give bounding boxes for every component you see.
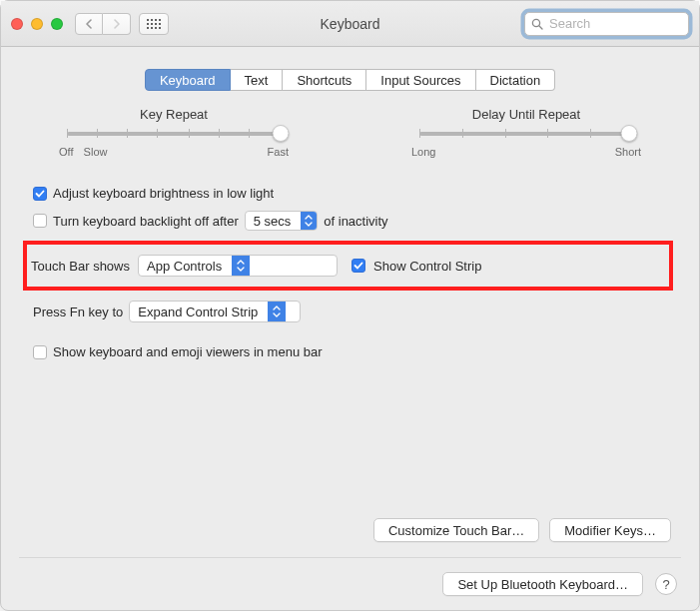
svg-line-13 (539, 26, 542, 29)
tab-bar: Keyboard Text Shortcuts Input Sources Di… (145, 69, 555, 91)
nav-buttons (75, 13, 131, 35)
delay-until-slider[interactable] (419, 132, 633, 136)
adjust-brightness-checkbox[interactable] (33, 187, 47, 201)
delay-until-repeat-block: Delay Until Repeat Long Short (411, 107, 641, 158)
show-control-strip-checkbox[interactable] (351, 259, 365, 273)
bluetooth-keyboard-button[interactable]: Set Up Bluetooth Keyboard… (442, 572, 643, 596)
checkmark-icon (35, 189, 45, 199)
fn-key-row: Press Fn key to Expand Control Strip (33, 301, 667, 322)
tab-text[interactable]: Text (231, 69, 284, 91)
key-repeat-block: Key Repeat Off Slow Fast (59, 107, 289, 158)
modifier-keys-button[interactable]: Modifier Keys… (549, 518, 671, 542)
delay-until-title: Delay Until Repeat (411, 107, 641, 122)
fn-key-label: Press Fn key to (33, 305, 123, 319)
backlight-off-row: Turn keyboard backlight off after 5 secs… (33, 211, 667, 231)
adjust-brightness-row: Adjust keyboard brightness in low light (33, 186, 667, 201)
footer: Set Up Bluetooth Keyboard… ? (442, 572, 677, 596)
tab-shortcuts[interactable]: Shortcuts (283, 69, 366, 91)
chevron-right-icon (113, 19, 121, 29)
svg-rect-10 (155, 27, 157, 29)
svg-rect-9 (151, 27, 153, 29)
svg-rect-11 (159, 27, 161, 29)
touchbar-shows-label: Touch Bar shows (31, 259, 130, 274)
sliders-row: Key Repeat Off Slow Fast Delay Until Rep… (29, 107, 671, 158)
svg-rect-0 (147, 19, 149, 21)
zoom-button[interactable] (51, 18, 63, 30)
show-control-strip-label: Show Control Strip (373, 259, 481, 274)
svg-point-12 (532, 19, 539, 26)
svg-rect-4 (147, 23, 149, 25)
slider-thumb[interactable] (620, 125, 637, 142)
backlight-time-popup[interactable]: 5 secs (245, 211, 319, 231)
key-repeat-title: Key Repeat (59, 107, 289, 122)
svg-rect-5 (151, 23, 153, 25)
fn-key-popup[interactable]: Expand Control Strip (129, 301, 301, 322)
search-input[interactable] (547, 15, 682, 32)
key-repeat-slider[interactable] (67, 132, 281, 136)
svg-rect-1 (151, 19, 153, 21)
show-viewers-row: Show keyboard and emoji viewers in menu … (33, 344, 667, 359)
grid-icon (147, 19, 161, 29)
search-field[interactable] (524, 12, 689, 36)
show-viewers-label: Show keyboard and emoji viewers in menu … (53, 344, 323, 359)
window-controls (11, 18, 63, 30)
close-button[interactable] (11, 18, 23, 30)
inactivity-suffix: of inactivity (324, 214, 387, 229)
svg-rect-3 (159, 19, 161, 21)
content-area: Key Repeat Off Slow Fast Delay Until Rep… (1, 107, 699, 610)
svg-rect-8 (147, 27, 149, 29)
help-button[interactable]: ? (655, 573, 677, 595)
prefs-window: Keyboard Keyboard Text Shortcuts Input S… (0, 0, 700, 611)
minimize-button[interactable] (31, 18, 43, 30)
backlight-off-checkbox[interactable] (33, 214, 47, 228)
popup-arrows-icon (268, 301, 286, 322)
tab-keyboard[interactable]: Keyboard (145, 69, 231, 91)
touchbar-buttons: Customize Touch Bar… Modifier Keys… (373, 518, 671, 542)
forward-button[interactable] (103, 13, 131, 35)
slider-thumb[interactable] (273, 125, 290, 142)
show-all-button[interactable] (139, 13, 169, 35)
show-viewers-checkbox[interactable] (33, 345, 47, 359)
popup-arrows-icon (301, 211, 317, 231)
svg-rect-7 (159, 23, 161, 25)
separator (19, 557, 681, 558)
chevron-left-icon (85, 19, 93, 29)
adjust-brightness-label: Adjust keyboard brightness in low light (53, 186, 274, 201)
back-button[interactable] (75, 13, 103, 35)
popup-arrows-icon (232, 255, 250, 277)
backlight-off-label: Turn keyboard backlight off after (53, 214, 239, 229)
titlebar: Keyboard (1, 1, 699, 47)
search-icon (531, 18, 543, 30)
checkmark-icon (353, 261, 363, 271)
touchbar-shows-popup[interactable]: App Controls (138, 255, 338, 277)
annotation-highlight: Touch Bar shows App Controls Show Contro… (23, 241, 673, 291)
tab-input-sources[interactable]: Input Sources (366, 69, 475, 91)
svg-rect-6 (155, 23, 157, 25)
customize-touchbar-button[interactable]: Customize Touch Bar… (373, 518, 539, 542)
svg-rect-2 (155, 19, 157, 21)
tab-dictation[interactable]: Dictation (476, 69, 556, 91)
options-group: Adjust keyboard brightness in low light … (29, 186, 671, 359)
